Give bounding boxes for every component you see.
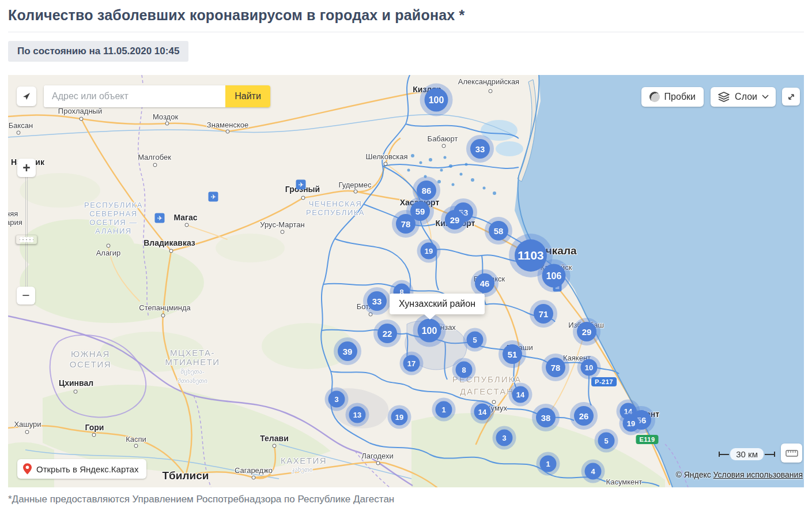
cluster-marker[interactable]: 58: [489, 221, 508, 241]
map-place-label: Степанцминда: [139, 303, 191, 312]
chevron-down-icon: [762, 95, 769, 99]
map-place-label: РЕСПУБЛИКА: [306, 208, 365, 217]
find-button[interactable]: Найти: [225, 85, 270, 107]
map-place-label: Знаменское: [207, 121, 248, 129]
cluster-marker[interactable]: 5: [598, 433, 615, 449]
cluster-marker[interactable]: 26: [574, 406, 594, 426]
cluster-marker[interactable]: 3: [328, 391, 345, 408]
map-place-label: МЦХЕТА-: [170, 348, 215, 358]
cluster-marker[interactable]: 29: [445, 210, 464, 230]
cluster-marker[interactable]: 33: [470, 139, 490, 159]
town-dot: [369, 313, 373, 317]
map-place-label: ОСЕТИЯ: [70, 359, 111, 369]
cluster-marker[interactable]: 4: [585, 463, 602, 480]
ruler-icon: [785, 450, 798, 457]
town-dot: [161, 314, 165, 318]
cluster-marker[interactable]: 22: [377, 324, 397, 343]
map-place-label: Гори: [85, 423, 104, 432]
cluster-marker[interactable]: 17: [403, 355, 420, 372]
map-place-label: ария: [8, 218, 22, 227]
zoom-in-button[interactable]: +: [17, 159, 36, 177]
cluster-marker[interactable]: 8: [456, 362, 473, 378]
scale-value: 30 км: [730, 448, 764, 460]
town-dot: [273, 444, 277, 448]
map-place-label: Сагареджо: [235, 466, 273, 475]
ruler-button[interactable]: [781, 444, 802, 463]
cluster-marker[interactable]: 39: [338, 341, 357, 361]
layers-icon: [717, 92, 730, 102]
cluster-marker[interactable]: 1: [540, 456, 557, 472]
district-tooltip-text: Хунзахский район: [399, 299, 475, 309]
cluster-marker[interactable]: 14: [512, 386, 529, 403]
town-dot: [301, 196, 305, 200]
map-place-label: Владикавказ: [143, 238, 195, 247]
cluster-marker[interactable]: 3: [496, 430, 513, 446]
cluster-marker[interactable]: 19: [623, 415, 640, 432]
cluster-marker[interactable]: 78: [396, 214, 416, 234]
scale-line: [720, 454, 729, 455]
map-place-label: Бабаюрт: [428, 134, 458, 143]
map-place-label: Гудермес: [339, 181, 372, 189]
cluster-marker[interactable]: 1: [436, 401, 452, 418]
cluster-marker[interactable]: 1103: [515, 239, 547, 272]
geolocation-arrow-icon: [21, 91, 32, 102]
cluster-marker[interactable]: 106: [542, 264, 566, 288]
zoom-out-button[interactable]: −: [17, 287, 35, 305]
scale-bar: 30 км: [719, 448, 775, 460]
cluster-marker[interactable]: 14: [474, 404, 491, 420]
map-search-bar: Найти: [44, 85, 270, 107]
cluster-marker[interactable]: 78: [546, 358, 565, 377]
map-place-label: Шелковская: [366, 152, 408, 161]
map-place-label: няя: [8, 209, 18, 218]
cluster-marker[interactable]: 13: [349, 407, 366, 423]
town-dot: [25, 430, 29, 434]
page-title: Количество заболевших коронавирусом в го…: [8, 7, 804, 24]
cluster-marker[interactable]: 19: [391, 409, 408, 426]
layers-button[interactable]: Слои: [711, 87, 776, 107]
map-place-label: Тбилиси: [162, 469, 209, 482]
terms-of-use-link[interactable]: Условия использования: [713, 470, 803, 479]
map-place-label: Касумкент: [606, 478, 643, 486]
town-dot: [92, 433, 96, 437]
town-dot: [153, 163, 157, 167]
cluster-marker[interactable]: 100: [418, 319, 441, 343]
map-place-label: Урус-Мартан: [260, 220, 304, 229]
as-of-date-badge: По состоянию на 11.05.2020 10:45: [8, 41, 188, 62]
town-dot: [134, 444, 138, 448]
map-place-label: АЛАНИЯ: [95, 227, 131, 235]
cluster-marker[interactable]: 86: [417, 181, 436, 200]
airport-icon: ✈: [296, 180, 306, 190]
fullscreen-button[interactable]: [782, 88, 800, 106]
town-dot: [80, 117, 84, 121]
town-dot: [107, 244, 111, 248]
traffic-light-icon: [649, 92, 660, 102]
map-place-label: СЕВЕРНАЯ: [89, 209, 138, 218]
cluster-marker[interactable]: 10: [581, 359, 598, 376]
cluster-marker[interactable]: 5: [467, 332, 484, 348]
zoom-slider-track[interactable]: [25, 177, 28, 287]
district-tooltip: Хунзахский район: [390, 294, 485, 314]
tooltip-pointer: [424, 314, 436, 320]
cluster-marker[interactable]: 51: [503, 344, 522, 364]
cluster-marker[interactable]: 100: [425, 88, 448, 112]
search-input[interactable]: [44, 85, 225, 107]
map-canvas[interactable]: АлександрийскаяКизлярБабаюртПрохладныйМо…: [8, 75, 804, 487]
zoom-slider-handle[interactable]: [16, 235, 37, 245]
open-in-yandex-maps-button[interactable]: Открыть в Яндекс.Картах: [17, 459, 146, 479]
cluster-marker[interactable]: 33: [367, 291, 387, 311]
map-place-label: Баксан: [9, 121, 33, 130]
cluster-marker[interactable]: 29: [577, 322, 596, 341]
map-place-label: Алагир: [96, 249, 121, 257]
town-dot: [74, 390, 78, 394]
cluster-marker[interactable]: 46: [475, 273, 494, 293]
map-place-label: МТИАНЕТИ: [165, 357, 220, 367]
cluster-marker[interactable]: 19: [421, 243, 437, 260]
cluster-marker[interactable]: 38: [536, 408, 556, 427]
map-place-label: Моздок: [153, 112, 178, 121]
geolocation-button[interactable]: [17, 87, 36, 106]
traffic-button[interactable]: Пробки: [641, 87, 704, 107]
cluster-marker[interactable]: 71: [534, 304, 553, 324]
fullscreen-icon: [787, 92, 796, 102]
road-badge: Р-217: [591, 377, 617, 386]
airport-icon: ✈: [155, 213, 165, 223]
